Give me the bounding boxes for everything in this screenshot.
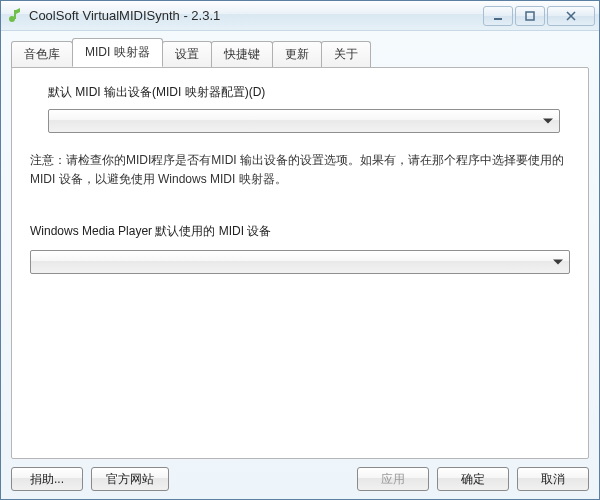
minimize-button[interactable] — [483, 6, 513, 26]
svg-rect-3 — [526, 12, 534, 20]
website-button[interactable]: 官方网站 — [91, 467, 169, 491]
window-title: CoolSoft VirtualMIDISynth - 2.3.1 — [29, 8, 481, 23]
close-button[interactable] — [547, 6, 595, 26]
maximize-button[interactable] — [515, 6, 545, 26]
default-device-dropdown[interactable] — [48, 109, 560, 133]
default-device-label: 默认 MIDI 输出设备(MIDI 映射器配置)(D) — [48, 84, 570, 101]
svg-rect-1 — [14, 10, 16, 19]
chevron-down-icon — [553, 260, 563, 265]
cancel-button[interactable]: 取消 — [517, 467, 589, 491]
wmp-device-group: Windows Media Player 默认使用的 MIDI 设备 — [30, 223, 570, 274]
close-icon — [565, 11, 577, 21]
tab-soundfont[interactable]: 音色库 — [11, 41, 73, 68]
tabstrip: 音色库 MIDI 映射器 设置 快捷键 更新 关于 — [11, 41, 589, 67]
ok-button[interactable]: 确定 — [437, 467, 509, 491]
maximize-icon — [525, 11, 535, 21]
client-area: 音色库 MIDI 映射器 设置 快捷键 更新 关于 默认 MIDI 输出设备(M… — [1, 31, 599, 499]
mapper-note: 注意：请检查你的MIDI程序是否有MIDI 输出设备的设置选项。如果有，请在那个… — [30, 151, 570, 189]
svg-rect-2 — [494, 18, 502, 20]
midi-mapper-panel: 默认 MIDI 输出设备(MIDI 映射器配置)(D) 注意：请检查你的MIDI… — [11, 67, 589, 459]
app-icon — [7, 8, 23, 24]
donate-button[interactable]: 捐助... — [11, 467, 83, 491]
chevron-down-icon — [543, 119, 553, 124]
tab-shortcuts[interactable]: 快捷键 — [211, 41, 273, 68]
apply-button[interactable]: 应用 — [357, 467, 429, 491]
button-bar: 捐助... 官方网站 应用 确定 取消 — [11, 459, 589, 491]
wmp-device-label: Windows Media Player 默认使用的 MIDI 设备 — [30, 223, 570, 240]
wmp-device-dropdown[interactable] — [30, 250, 570, 274]
tab-about[interactable]: 关于 — [321, 41, 371, 68]
titlebar: CoolSoft VirtualMIDISynth - 2.3.1 — [1, 1, 599, 31]
minimize-icon — [493, 11, 503, 21]
window-controls — [481, 6, 595, 26]
tab-settings[interactable]: 设置 — [162, 41, 212, 68]
tab-midi-mapper[interactable]: MIDI 映射器 — [72, 38, 163, 67]
tab-update[interactable]: 更新 — [272, 41, 322, 68]
default-device-group: 默认 MIDI 输出设备(MIDI 映射器配置)(D) — [30, 84, 570, 133]
app-window: CoolSoft VirtualMIDISynth - 2.3.1 音色库 MI… — [0, 0, 600, 500]
